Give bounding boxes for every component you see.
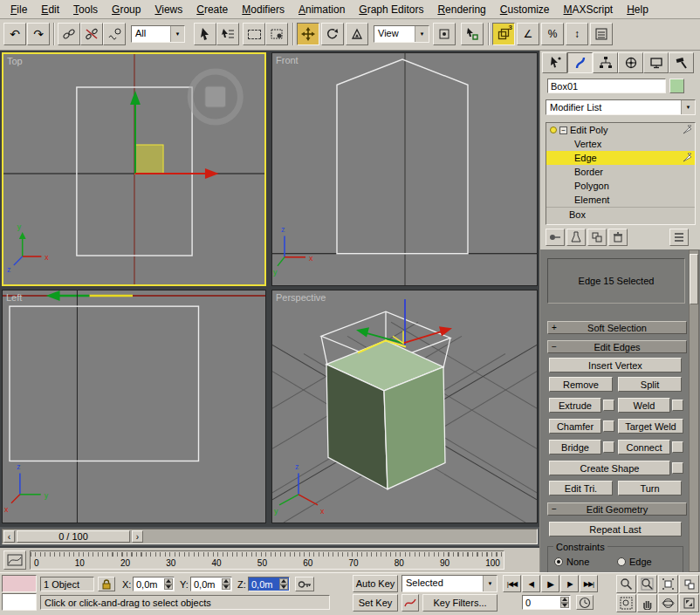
go-to-start-button[interactable]: |◀◀ [503,575,521,592]
zoom-all-button[interactable] [637,575,657,593]
remove-modifier-button[interactable] [608,229,628,246]
selection-lock-button[interactable] [98,577,115,591]
connect-button[interactable]: Connect [618,440,670,454]
time-slider-next-button[interactable]: › [132,530,143,543]
dropdown-arrow-icon[interactable]: ▼ [415,26,429,42]
tab-modify[interactable] [567,52,593,73]
tab-utilities[interactable] [669,52,694,73]
lightbulb-icon[interactable] [550,126,557,133]
weld-button[interactable]: Weld [618,398,670,413]
select-and-move-button[interactable] [297,23,319,45]
y-coord-field[interactable]: 0,0m [190,577,232,591]
time-slider-prev-button[interactable]: ‹ [3,530,15,543]
set-key-button[interactable]: Set Key [353,594,398,612]
zoom-extents-button[interactable] [658,575,678,593]
rollout-soft-selection[interactable]: + Soft Selection [547,321,687,334]
tab-display[interactable] [643,52,669,73]
spinner-snap-button[interactable]: ↕ [566,23,588,45]
select-and-scale-button[interactable] [346,23,368,45]
modifier-list-dropdown[interactable]: Modifier List ▼ [546,99,696,115]
chamfer-settings-button[interactable] [603,420,614,432]
object-name-field[interactable]: Box01 [547,79,666,93]
dropdown-arrow-icon[interactable]: ▼ [483,576,497,591]
bridge-button[interactable]: Bridge [549,440,601,454]
mini-listener-macro-field[interactable] [2,575,37,592]
play-button[interactable]: ▶ [541,575,559,592]
y-spinner[interactable] [222,578,230,590]
z-coord-field[interactable]: 0,0m [248,577,290,591]
undo-button[interactable]: ↶ [3,23,26,45]
menu-animation[interactable]: Animation [292,1,352,18]
snaps-toggle-button[interactable]: 3 [492,23,515,45]
x-spinner[interactable] [164,578,173,590]
tab-create[interactable] [542,52,567,73]
connect-settings-button[interactable] [672,441,683,453]
menu-group[interactable]: Group [105,1,148,18]
select-object-button[interactable] [194,23,216,45]
zoom-extents-all-button[interactable] [679,575,699,593]
auto-key-button[interactable]: Auto Key [353,575,398,592]
stack-item-border[interactable]: Border [546,165,695,179]
repeat-last-button[interactable]: Repeat Last [549,522,682,536]
absolute-offset-toggle-button[interactable] [295,577,314,591]
menu-edit[interactable]: Edit [34,1,66,18]
viewport-label[interactable]: Left [6,292,22,303]
show-end-result-button[interactable] [566,229,586,246]
dropdown-arrow-icon[interactable]: ▼ [681,100,695,114]
zoom-region-button[interactable] [616,594,636,612]
edit-tri-button[interactable]: Edit Tri. [549,481,613,495]
viewport-label[interactable]: Top [7,56,23,66]
arc-rotate-button[interactable] [658,594,678,612]
zoom-button[interactable] [616,575,636,593]
extrude-settings-button[interactable] [603,400,614,411]
menu-views[interactable]: Views [148,1,189,18]
menu-file[interactable]: File [3,1,34,18]
constraint-edge-radio[interactable]: Edge [617,557,652,567]
scrollbar-thumb[interactable] [690,254,698,304]
named-selection-sets-button[interactable] [590,23,613,45]
stack-item-edit-poly[interactable]: − Edit Poly [546,123,695,137]
make-unique-button[interactable] [587,229,607,246]
select-and-link-button[interactable] [58,23,80,45]
tab-hierarchy[interactable] [593,52,618,73]
time-configuration-button[interactable] [576,595,594,610]
redo-button[interactable]: ↷ [27,23,50,45]
default-in-out-tangents-button[interactable] [401,594,419,612]
viewport-label[interactable]: Front [276,55,299,65]
time-slider-track[interactable]: ‹ 0 / 100 › [2,529,538,544]
window-crossing-button[interactable] [265,23,288,45]
insert-vertex-button[interactable]: Insert Vertex [549,358,682,372]
viewport-left[interactable]: z y x Left [2,290,266,523]
menu-modifiers[interactable]: Modifiers [235,1,292,18]
select-by-name-button[interactable] [216,23,239,45]
unlink-selection-button[interactable] [80,23,103,45]
time-slider-handle[interactable]: 0 / 100 [17,530,130,543]
reference-coordsys-dropdown[interactable]: View ▼ [374,25,429,43]
menu-graph-editors[interactable]: Graph Editors [352,1,430,18]
turn-button[interactable]: Turn [618,481,682,495]
select-and-rotate-button[interactable] [321,23,344,45]
mini-curve-editor-button[interactable] [3,550,26,570]
mini-listener-script-field[interactable] [2,593,37,611]
menu-rendering[interactable]: Rendering [430,1,492,18]
rollout-edit-geometry[interactable]: − Edit Geometry [547,502,687,516]
next-frame-button[interactable]: |▶ [560,575,579,592]
stack-item-box[interactable]: Box [546,207,695,221]
percent-snap-button[interactable]: % [541,23,564,45]
weld-settings-button[interactable] [672,400,683,411]
viewport-front[interactable]: z x y Front [271,52,538,286]
pin-stack-button[interactable] [546,229,565,246]
pan-button[interactable] [637,594,657,612]
constraint-none-radio[interactable]: None [554,557,589,567]
split-button[interactable]: Split [618,377,682,392]
z-spinner[interactable] [279,578,288,590]
x-coord-field[interactable]: 0,0m [133,577,175,591]
select-and-manipulate-button[interactable] [461,23,484,45]
stack-item-edge[interactable]: Edge [546,151,695,165]
menu-customize[interactable]: Customize [493,1,557,18]
create-shape-button[interactable]: Create Shape [549,461,670,475]
key-mode-dropdown[interactable]: Selected ▼ [401,575,498,592]
configure-modifier-sets-button[interactable] [669,229,689,246]
object-color-swatch[interactable] [669,79,684,93]
remove-button[interactable]: Remove [549,377,613,392]
